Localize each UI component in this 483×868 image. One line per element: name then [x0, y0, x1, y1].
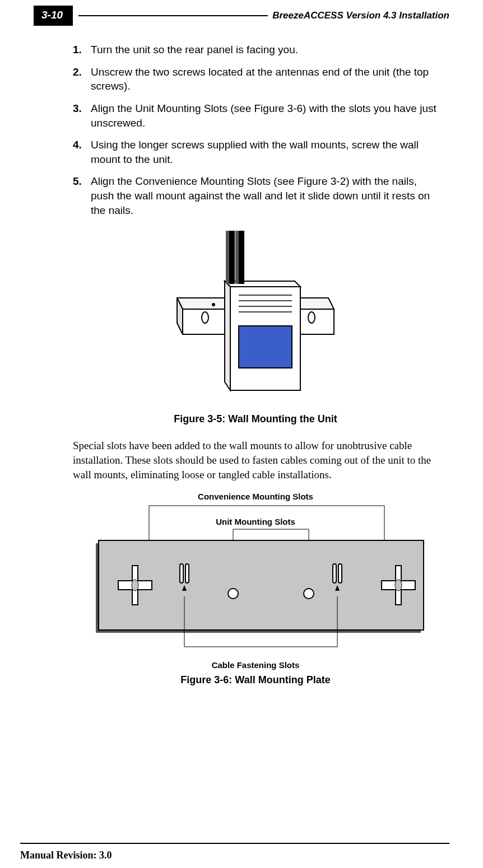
- step-text: Align the Convenience Mounting Slots (se…: [91, 174, 438, 217]
- svg-point-17: [212, 303, 215, 306]
- figure-3-5: Figure 3-5: Wall Mounting the Unit: [73, 231, 438, 425]
- svg-point-37: [304, 589, 314, 599]
- wall-mounting-unit-illustration: [171, 231, 340, 404]
- label-convenience-slots: Convenience Mounting Slots: [73, 492, 438, 501]
- step-number: 3.: [73, 101, 91, 130]
- list-item: 4. Using the longer screws supplied with…: [73, 138, 438, 166]
- document-page: 3-10 BreezeACCESS Version 4.3 Installati…: [0, 6, 483, 868]
- svg-rect-13: [229, 231, 235, 284]
- list-item: 3. Align the Unit Mounting Slots (see Fi…: [73, 101, 438, 130]
- svg-point-36: [228, 589, 238, 599]
- body-paragraph: Special slots have been added to the wal…: [73, 438, 438, 482]
- svg-marker-6: [225, 281, 230, 390]
- figure-3-6: Convenience Mounting Slots: [73, 492, 438, 686]
- running-title: BreezeACCESS Version 4.3 Installation: [272, 10, 449, 21]
- svg-rect-12: [239, 326, 292, 368]
- svg-point-31: [395, 580, 402, 591]
- manual-revision: Manual Revision: 3.0: [20, 850, 449, 861]
- svg-rect-16: [235, 231, 239, 284]
- footer-rule: [20, 843, 449, 844]
- page-content: 1. Turn the unit so the rear panel is fa…: [73, 43, 438, 686]
- step-number: 2.: [73, 65, 91, 94]
- header-rule: [78, 15, 268, 16]
- svg-rect-33: [185, 564, 189, 583]
- label-cable-slots: Cable Fastening Slots: [73, 660, 438, 670]
- step-text: Turn the unit so the rear panel is facin…: [91, 43, 298, 57]
- figure-caption: Figure 3-6: Wall Mounting Plate: [73, 674, 438, 686]
- step-number: 4.: [73, 138, 91, 166]
- svg-rect-34: [333, 564, 336, 583]
- instruction-list: 1. Turn the unit so the rear panel is fa…: [73, 43, 438, 217]
- svg-rect-14: [226, 231, 229, 284]
- wall-mounting-plate-illustration: [82, 501, 429, 669]
- step-text: Align the Unit Mounting Slots (see Figur…: [91, 101, 438, 130]
- page-header: 3-10 BreezeACCESS Version 4.3 Installati…: [34, 6, 449, 26]
- figure-caption: Figure 3-5: Wall Mounting the Unit: [73, 413, 438, 425]
- step-number: 5.: [73, 174, 91, 217]
- step-number: 1.: [73, 43, 91, 57]
- list-item: 2. Unscrew the two screws located at the…: [73, 65, 438, 94]
- svg-rect-32: [180, 564, 183, 583]
- page-number-badge: 3-10: [34, 6, 73, 26]
- step-text: Unscrew the two screws located at the an…: [91, 65, 438, 94]
- svg-rect-15: [239, 231, 244, 284]
- svg-rect-35: [338, 564, 342, 583]
- page-footer: Manual Revision: 3.0: [20, 843, 449, 861]
- step-text: Using the longer screws supplied with th…: [91, 138, 438, 166]
- svg-point-30: [132, 580, 138, 591]
- label-unit-slots: Unit Mounting Slots: [73, 517, 438, 526]
- list-item: 1. Turn the unit so the rear panel is fa…: [73, 43, 438, 57]
- list-item: 5. Align the Convenience Mounting Slots …: [73, 174, 438, 217]
